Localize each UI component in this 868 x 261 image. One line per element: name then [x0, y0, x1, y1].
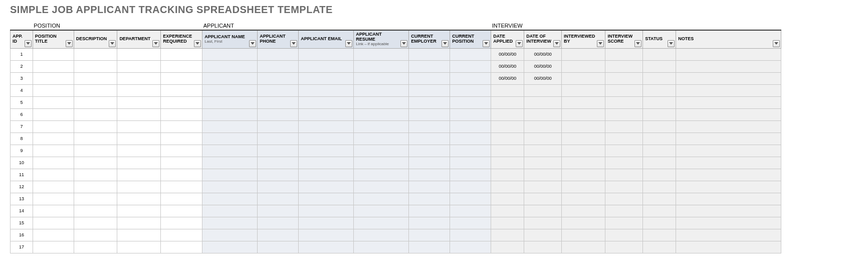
filter-interview-score[interactable] — [634, 40, 641, 47]
cell-notes[interactable] — [676, 72, 781, 84]
cell-applicant-email[interactable] — [299, 133, 354, 145]
cell-interview-score[interactable] — [605, 157, 643, 169]
cell-date-interview[interactable] — [524, 120, 562, 133]
cell-notes[interactable] — [676, 169, 781, 181]
cell-date-applied[interactable] — [491, 181, 524, 193]
cell-applicant-phone[interactable] — [258, 205, 299, 217]
cell-status[interactable] — [643, 120, 676, 133]
cell-applicant-resume[interactable] — [354, 217, 409, 229]
cell-applicant-email[interactable] — [299, 241, 354, 253]
cell-interviewed-by[interactable] — [562, 133, 605, 145]
cell-date-applied[interactable] — [491, 120, 524, 133]
cell-applicant-phone[interactable] — [258, 72, 299, 84]
cell-date-applied[interactable] — [491, 229, 524, 241]
cell-applicant-email[interactable] — [299, 96, 354, 108]
cell-applicant-resume[interactable] — [354, 96, 409, 108]
cell-current-position[interactable] — [450, 84, 491, 96]
cell-applicant-resume[interactable] — [354, 48, 409, 60]
cell-current-employer[interactable] — [409, 120, 450, 133]
cell-app-id[interactable]: 15 — [11, 217, 33, 229]
cell-position-title[interactable] — [33, 205, 74, 217]
cell-app-id[interactable]: 4 — [11, 84, 33, 96]
cell-applicant-resume[interactable] — [354, 205, 409, 217]
cell-position-title[interactable] — [33, 84, 74, 96]
cell-applicant-phone[interactable] — [258, 145, 299, 157]
cell-applicant-name[interactable] — [202, 157, 258, 169]
cell-status[interactable] — [643, 229, 676, 241]
cell-applicant-phone[interactable] — [258, 241, 299, 253]
cell-interview-score[interactable] — [605, 60, 643, 72]
cell-description[interactable] — [74, 108, 117, 120]
cell-interviewed-by[interactable] — [562, 217, 605, 229]
cell-position-title[interactable] — [33, 229, 74, 241]
cell-date-applied[interactable] — [491, 157, 524, 169]
cell-app-id[interactable]: 17 — [11, 241, 33, 253]
cell-description[interactable] — [74, 169, 117, 181]
cell-applicant-name[interactable] — [202, 181, 258, 193]
cell-interviewed-by[interactable] — [562, 181, 605, 193]
filter-description[interactable] — [109, 40, 116, 47]
cell-interview-score[interactable] — [605, 145, 643, 157]
cell-date-interview[interactable] — [524, 193, 562, 205]
cell-date-interview[interactable] — [524, 108, 562, 120]
cell-current-position[interactable] — [450, 96, 491, 108]
cell-description[interactable] — [74, 181, 117, 193]
cell-experience[interactable] — [161, 96, 202, 108]
cell-description[interactable] — [74, 120, 117, 133]
cell-current-position[interactable] — [450, 193, 491, 205]
cell-current-position[interactable] — [450, 205, 491, 217]
cell-status[interactable] — [643, 133, 676, 145]
cell-interviewed-by[interactable] — [562, 169, 605, 181]
cell-status[interactable] — [643, 205, 676, 217]
cell-department[interactable] — [117, 181, 161, 193]
filter-applicant-phone[interactable] — [290, 40, 297, 47]
cell-status[interactable] — [643, 84, 676, 96]
cell-interviewed-by[interactable] — [562, 229, 605, 241]
cell-current-employer[interactable] — [409, 157, 450, 169]
cell-applicant-email[interactable] — [299, 72, 354, 84]
cell-notes[interactable] — [676, 120, 781, 133]
cell-position-title[interactable] — [33, 181, 74, 193]
cell-applicant-resume[interactable] — [354, 145, 409, 157]
cell-current-employer[interactable] — [409, 108, 450, 120]
cell-department[interactable] — [117, 48, 161, 60]
cell-position-title[interactable] — [33, 157, 74, 169]
cell-applicant-phone[interactable] — [258, 157, 299, 169]
cell-app-id[interactable]: 7 — [11, 120, 33, 133]
cell-interview-score[interactable] — [605, 48, 643, 60]
cell-date-applied[interactable] — [491, 108, 524, 120]
cell-applicant-phone[interactable] — [258, 48, 299, 60]
filter-app-id[interactable] — [25, 40, 32, 47]
cell-date-interview[interactable]: 00/00/00 — [524, 60, 562, 72]
cell-department[interactable] — [117, 229, 161, 241]
cell-applicant-resume[interactable] — [354, 229, 409, 241]
cell-applicant-phone[interactable] — [258, 229, 299, 241]
cell-notes[interactable] — [676, 133, 781, 145]
cell-position-title[interactable] — [33, 145, 74, 157]
cell-notes[interactable] — [676, 108, 781, 120]
cell-applicant-email[interactable] — [299, 169, 354, 181]
cell-applicant-resume[interactable] — [354, 60, 409, 72]
cell-current-position[interactable] — [450, 217, 491, 229]
filter-date-applied[interactable] — [516, 40, 523, 47]
cell-date-applied[interactable]: 00/00/00 — [491, 72, 524, 84]
cell-interview-score[interactable] — [605, 193, 643, 205]
cell-date-interview[interactable] — [524, 84, 562, 96]
cell-status[interactable] — [643, 60, 676, 72]
cell-interview-score[interactable] — [605, 84, 643, 96]
cell-interviewed-by[interactable] — [562, 72, 605, 84]
cell-applicant-email[interactable] — [299, 217, 354, 229]
cell-notes[interactable] — [676, 217, 781, 229]
cell-date-applied[interactable] — [491, 169, 524, 181]
cell-applicant-email[interactable] — [299, 84, 354, 96]
cell-position-title[interactable] — [33, 120, 74, 133]
cell-applicant-name[interactable] — [202, 205, 258, 217]
cell-notes[interactable] — [676, 84, 781, 96]
cell-interview-score[interactable] — [605, 205, 643, 217]
cell-interview-score[interactable] — [605, 120, 643, 133]
cell-applicant-email[interactable] — [299, 193, 354, 205]
cell-current-position[interactable] — [450, 108, 491, 120]
cell-applicant-email[interactable] — [299, 145, 354, 157]
cell-status[interactable] — [643, 217, 676, 229]
cell-applicant-resume[interactable] — [354, 133, 409, 145]
